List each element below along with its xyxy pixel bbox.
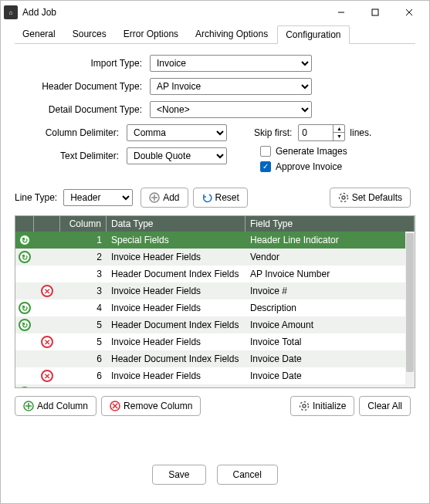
spin-down-icon[interactable]: ▼ [334, 133, 344, 140]
x-circle-icon [110, 401, 120, 411]
set-defaults-button[interactable]: Set Defaults [330, 188, 411, 208]
dialog-footer: Save Cancel [15, 451, 415, 496]
close-button[interactable] [392, 2, 426, 23]
svg-point-16 [300, 402, 308, 411]
cell-data-type: Header Document Index Fields [107, 316, 245, 333]
table-row[interactable]: ✕6Invoice Header FieldsInvoice Date [15, 367, 415, 384]
select-header-doc-type[interactable]: AP Invoice [150, 78, 312, 95]
cell-field-type: CheckDate [245, 384, 415, 387]
row-error-cell [34, 232, 60, 249]
row-status-cell [15, 350, 34, 367]
error-circle-icon: ✕ [41, 370, 53, 382]
skip-first-stepper[interactable]: ▲▼ [298, 124, 345, 141]
clear-all-button[interactable]: Clear All [359, 396, 411, 416]
refresh-circle-icon: ↻ [19, 319, 31, 331]
svg-point-8 [339, 194, 347, 202]
app-icon: ⌂ [4, 5, 18, 19]
label-header-doc-type: Header Document Type: [15, 81, 150, 92]
cell-field-type: Invoice # [245, 282, 415, 299]
tab-configuration[interactable]: Configuration [277, 25, 349, 44]
row-error-cell: ✕ [34, 367, 60, 384]
cell-column: 7 [60, 384, 107, 387]
tab-bar: General Sources Error Options Archiving … [15, 25, 415, 44]
label-approve-invoice: Approve Invoice [276, 161, 342, 172]
plus-circle-icon [149, 192, 160, 203]
columns-grid: Column Data Type Field Type ↻1Special Fi… [15, 215, 415, 388]
table-row[interactable]: ↻2Invoice Header FieldsVendor [15, 249, 415, 266]
cell-column: 3 [60, 282, 107, 299]
row-error-cell: ✕ [34, 282, 60, 299]
table-row[interactable]: ↻4Invoice Header FieldsDescription [15, 299, 415, 316]
gear-icon [338, 192, 349, 203]
initialize-button[interactable]: Initialize [290, 396, 354, 416]
grid-header-data-type[interactable]: Data Type [107, 216, 245, 232]
checkbox-approve-invoice[interactable]: ✓ [260, 161, 271, 172]
grid-header-column[interactable]: Column [60, 216, 107, 232]
spin-up-icon[interactable]: ▲ [334, 125, 344, 133]
minimize-button[interactable] [324, 2, 358, 23]
select-text-delim[interactable]: Double Quote [127, 147, 227, 164]
window: ⌂ Add Job General Sources Error Options … [0, 0, 430, 504]
row-status-cell: ↻ [15, 249, 34, 266]
table-row[interactable]: ↻7Invoice Header FieldsCheckDate [15, 384, 415, 387]
cancel-button[interactable]: Cancel [217, 465, 278, 485]
cell-data-type: Invoice Header Fields [107, 333, 245, 350]
row-status-cell: ↻ [15, 299, 34, 316]
skip-first-input[interactable] [299, 125, 333, 140]
checkbox-generate-images[interactable] [260, 146, 271, 157]
cell-field-type: Invoice Total [245, 333, 415, 350]
cell-field-type: Invoice Date [245, 367, 415, 384]
save-button[interactable]: Save [152, 465, 205, 485]
tab-error-options[interactable]: Error Options [116, 25, 186, 43]
row-status-cell [15, 266, 34, 282]
row-status-cell [15, 367, 34, 384]
table-row[interactable]: 3Header Document Index FieldsAP Invoice … [15, 266, 415, 282]
table-row[interactable]: 6Header Document Index FieldsInvoice Dat… [15, 350, 415, 367]
select-detail-doc-type[interactable]: <None> [150, 101, 312, 118]
reset-button[interactable]: Reset [193, 188, 248, 208]
label-column-delim: Column Delimiter: [15, 127, 127, 138]
refresh-circle-icon: ↻ [19, 302, 31, 314]
row-error-cell [34, 299, 60, 316]
cell-column: 5 [60, 316, 107, 333]
table-row[interactable]: ✕5Invoice Header FieldsInvoice Total [15, 333, 415, 350]
grid-scrollbar[interactable] [405, 232, 415, 387]
titlebar: ⌂ Add Job [1, 1, 429, 24]
label-generate-images: Generate Images [276, 146, 347, 157]
row-error-cell [34, 249, 60, 266]
label-lines: lines. [350, 127, 371, 138]
grid-header-field-type[interactable]: Field Type [245, 216, 415, 232]
add-column-button[interactable]: Add Column [15, 396, 96, 416]
tab-archiving-options[interactable]: Archiving Options [188, 25, 276, 43]
row-status-cell: ↻ [15, 384, 34, 387]
cell-data-type: Invoice Header Fields [107, 384, 245, 387]
row-error-cell [34, 316, 60, 333]
cell-column: 4 [60, 299, 107, 316]
refresh-circle-icon: ↻ [19, 234, 31, 246]
row-error-cell [34, 350, 60, 367]
table-row[interactable]: ✕3Invoice Header FieldsInvoice # [15, 282, 415, 299]
label-text-delim: Text Delimiter: [15, 151, 127, 161]
select-column-delim[interactable]: Comma [127, 124, 227, 141]
cell-field-type: Vendor [245, 249, 415, 266]
label-detail-doc-type: Detail Document Type: [15, 104, 150, 115]
remove-column-button[interactable]: Remove Column [101, 396, 201, 416]
tab-sources[interactable]: Sources [65, 25, 114, 43]
select-import-type[interactable]: Invoice [150, 55, 312, 72]
table-row[interactable]: ↻5Header Document Index FieldsInvoice Am… [15, 316, 415, 333]
scrollbar-thumb[interactable] [406, 233, 414, 372]
select-line-type[interactable]: Header [63, 189, 133, 206]
cell-data-type: Invoice Header Fields [107, 282, 245, 299]
table-row[interactable]: ↻1Special FieldsHeader Line Indicator [15, 232, 415, 249]
row-error-cell: ✕ [34, 333, 60, 350]
cell-column: 6 [60, 367, 107, 384]
cell-data-type: Special Fields [107, 232, 245, 249]
maximize-button[interactable] [358, 2, 392, 23]
add-button[interactable]: Add [141, 188, 188, 208]
tab-general[interactable]: General [15, 25, 63, 43]
grid-header: Column Data Type Field Type [15, 216, 415, 232]
error-circle-icon: ✕ [41, 336, 53, 348]
label-line-type: Line Type: [15, 192, 57, 203]
cell-field-type: Invoice Date [245, 350, 415, 367]
row-status-cell: ↻ [15, 232, 34, 249]
